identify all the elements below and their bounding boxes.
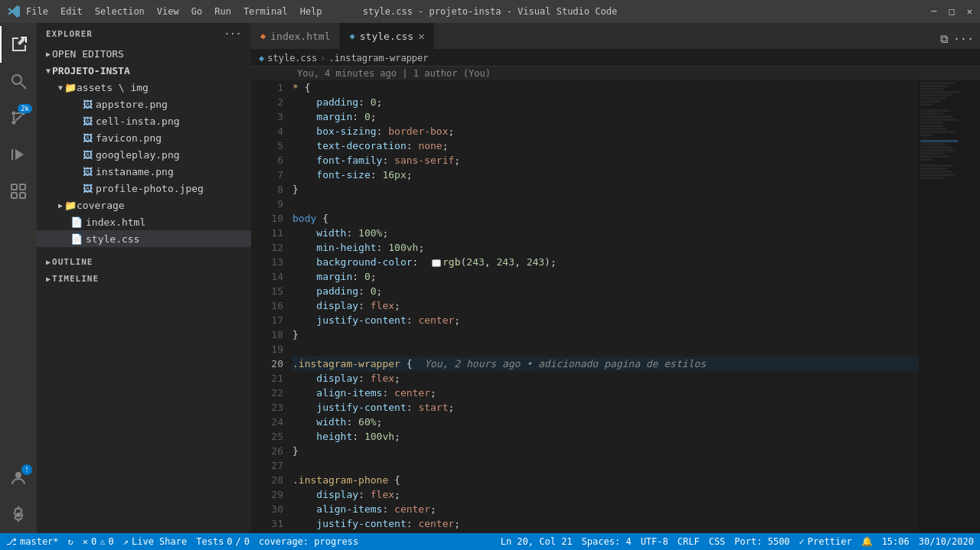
- menu-terminal[interactable]: Terminal: [243, 6, 288, 17]
- googleplay-file-icon: 🖼: [83, 149, 93, 161]
- status-errors[interactable]: ✕ 0 ⚠ 0: [83, 536, 114, 547]
- status-prettier[interactable]: ✓ Prettier: [799, 536, 852, 547]
- accounts-badge: !: [21, 464, 32, 475]
- svg-point-17: [16, 513, 21, 517]
- sidebar-item-cell-insta[interactable]: 🖼 cell-insta.png: [37, 112, 251, 129]
- sidebar-item-style-css[interactable]: 📄 style.css: [37, 230, 251, 247]
- status-sync[interactable]: ↻: [68, 536, 74, 547]
- split-editor-button[interactable]: ⧉: [940, 32, 949, 46]
- outline-arrow: ▶: [46, 258, 51, 266]
- sidebar-more-button[interactable]: ···: [224, 29, 242, 39]
- menu-selection[interactable]: Selection: [95, 6, 145, 17]
- tests-separator: /: [236, 536, 241, 547]
- sidebar-item-index-html[interactable]: 📄 index.html: [37, 213, 251, 230]
- activity-explorer[interactable]: [0, 26, 37, 63]
- status-bar: ⎇ master* ↻ ✕ 0 ⚠ 0 ↗ Live Share Tests 0…: [0, 533, 980, 550]
- sidebar-item-googleplay[interactable]: 🖼 googleplay.png: [37, 146, 251, 163]
- status-coverage[interactable]: coverage: progress: [259, 536, 358, 547]
- activity-accounts[interactable]: !: [0, 460, 37, 496]
- status-port[interactable]: Port: 5500: [734, 536, 789, 547]
- maximize-button[interactable]: □: [949, 6, 955, 17]
- tab-style-css[interactable]: ◆ style.css ✕: [341, 23, 434, 49]
- tab-index-html[interactable]: ◆ index.html: [251, 23, 341, 49]
- line-num-22: 22: [251, 386, 283, 400]
- menu-run[interactable]: Run: [214, 6, 231, 17]
- sidebar-item-instaname[interactable]: 🖼 instaname.png: [37, 163, 251, 180]
- titlebar-title: style.css - projeto-insta - Visual Studi…: [363, 6, 617, 17]
- menu-go[interactable]: Go: [191, 6, 202, 17]
- cell-insta-file-icon: 🖼: [83, 116, 93, 127]
- timeline-arrow: ▶: [46, 275, 51, 283]
- code-line-3: margin: 0;: [292, 109, 919, 124]
- sidebar-item-assets[interactable]: ▼ 📁 assets \ img: [37, 79, 251, 96]
- breadcrumb-file[interactable]: style.css: [267, 53, 317, 63]
- menu-file[interactable]: File: [26, 6, 48, 17]
- sidebar-header: EXPLORER ···: [37, 23, 251, 45]
- code-line-12: min-height: 100vh;: [292, 240, 919, 255]
- tests-count: 0: [244, 536, 250, 547]
- sidebar-item-coverage[interactable]: ▶ 📁 coverage: [37, 197, 251, 213]
- settings-icon: [9, 506, 28, 524]
- sidebar-item-appstore[interactable]: 🖼 appstore.png: [37, 96, 251, 112]
- assets-arrow: ▼: [58, 83, 63, 92]
- more-actions-button[interactable]: ···: [953, 32, 974, 46]
- code-line-29: display: flex;: [292, 487, 919, 502]
- code-line-30: align-items: center;: [292, 502, 919, 516]
- code-editor[interactable]: * { padding: 0; margin: 0; box-sizing: b…: [289, 80, 919, 533]
- status-language[interactable]: CSS: [709, 536, 726, 547]
- tests-label: Tests: [196, 536, 224, 547]
- line-num-7: 7: [251, 168, 283, 182]
- close-button[interactable]: ✕: [967, 6, 972, 17]
- open-editors-label: OPEN EDITORS: [52, 48, 124, 60]
- status-line-ending[interactable]: CRLF: [678, 536, 700, 547]
- sidebar-item-open-editors[interactable]: ▶ OPEN EDITORS: [37, 45, 251, 62]
- breadcrumb-separator: ›: [320, 53, 325, 63]
- titlebar-controls[interactable]: ─ □ ✕: [931, 6, 972, 17]
- status-bell[interactable]: 🔔: [861, 536, 873, 547]
- line-num-4: 4: [251, 124, 283, 138]
- search-icon: [9, 72, 28, 90]
- status-git-branch[interactable]: ⎇ master*: [6, 536, 59, 547]
- sidebar-item-profile-photo[interactable]: 🖼 profile-photo.jpeg: [37, 180, 251, 197]
- menu-help[interactable]: Help: [300, 6, 322, 17]
- tab-close-button[interactable]: ✕: [418, 30, 424, 42]
- status-position[interactable]: Ln 20, Col 21: [501, 536, 573, 547]
- sidebar-item-outline[interactable]: ▶ OUTLINE: [37, 253, 251, 270]
- status-bar-left: ⎇ master* ↻ ✕ 0 ⚠ 0 ↗ Live Share Tests 0…: [6, 536, 358, 547]
- activity-search[interactable]: [0, 63, 37, 99]
- bell-icon: 🔔: [861, 536, 873, 547]
- status-live-share[interactable]: ↗ Live Share: [123, 536, 187, 547]
- titlebar-menu[interactable]: File Edit Selection View Go Run Terminal…: [26, 6, 322, 17]
- line-num-17: 17: [251, 313, 283, 327]
- prettier-icon: ✓: [799, 536, 805, 547]
- file-tree: ▶ OPEN EDITORS ▼ PROJETO-INSTA ▼ 📁 asset…: [37, 45, 251, 533]
- blame-text: You, 4 minutes ago | 1 author (You): [297, 68, 491, 79]
- line-num-20: 20: [251, 356, 283, 371]
- status-encoding[interactable]: UTF-8: [641, 536, 668, 547]
- status-tests[interactable]: Tests 0 / 0: [196, 536, 250, 547]
- tab-css-label: style.css: [360, 31, 413, 42]
- appstore-label: appstore.png: [96, 99, 168, 110]
- activity-settings[interactable]: [0, 496, 37, 533]
- color-swatch[interactable]: [432, 259, 441, 267]
- menu-view[interactable]: View: [157, 6, 179, 17]
- svg-point-6: [12, 121, 16, 125]
- sidebar-item-favicon[interactable]: 🖼 favicon.png: [37, 129, 251, 146]
- vscode-icon: [8, 5, 20, 18]
- coverage-label: coverage: [77, 200, 125, 211]
- line-num-27: 27: [251, 458, 283, 473]
- sidebar-item-timeline[interactable]: ▶ TIMELINE: [37, 270, 251, 287]
- activity-extensions[interactable]: [0, 173, 37, 210]
- code-line-4: box-sizing: border-box;: [292, 124, 919, 138]
- activity-source-control[interactable]: 2k: [0, 99, 37, 136]
- menu-edit[interactable]: Edit: [60, 6, 83, 17]
- svg-rect-13: [20, 184, 25, 190]
- sidebar-item-project-root[interactable]: ▼ PROJETO-INSTA: [37, 62, 251, 79]
- breadcrumb: ◆ style.css › .instagram-wrapper: [251, 50, 980, 67]
- googleplay-label: googleplay.png: [96, 149, 180, 161]
- breadcrumb-selector[interactable]: .instagram-wrapper: [329, 53, 429, 63]
- minimize-button[interactable]: ─: [931, 6, 936, 17]
- activity-run[interactable]: [0, 136, 37, 173]
- status-spaces[interactable]: Spaces: 4: [582, 536, 632, 547]
- code-line-14: margin: 0;: [292, 269, 919, 284]
